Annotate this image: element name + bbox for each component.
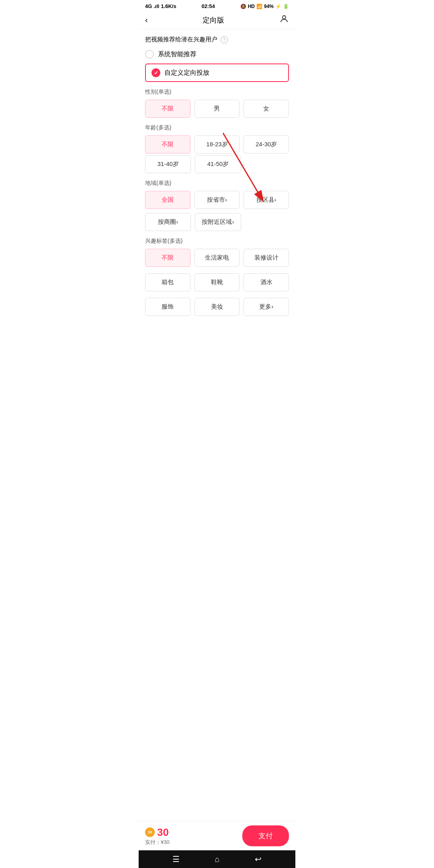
region-option-2[interactable]: 按区县› (244, 191, 289, 209)
network-speed: 1.6K/s (161, 3, 176, 9)
gender-option-1[interactable]: 男 (194, 100, 240, 118)
option2-label: 自定义定向投放 (164, 69, 209, 77)
help-icon[interactable]: ? (221, 36, 228, 43)
age-option-2[interactable]: 24-30岁 (244, 135, 289, 154)
interest-options-row1: 不限 生活家电 装修设计 (145, 249, 289, 267)
gender-option-2[interactable]: 女 (244, 100, 289, 118)
age-option-0[interactable]: 不限 (145, 135, 190, 154)
header-text: 把视频推荐给潜在兴趣用户 (145, 36, 217, 43)
back-button[interactable]: ‹ (145, 15, 148, 25)
region-options-row2: 按商圈› 按附近区域› (145, 213, 289, 231)
region-option-4[interactable]: 按附近区域› (195, 213, 241, 231)
region-option-1[interactable]: 按省市› (194, 191, 240, 209)
interest-option-1[interactable]: 生活家电 (194, 249, 240, 267)
option1-row[interactable]: 系统智能推荐 (145, 50, 289, 59)
mute-icon: 🔕 (240, 4, 246, 9)
interest-options-row3: 服饰 美妆 更多› (145, 298, 289, 316)
interest-label: 兴趣标签(多选) (145, 237, 289, 245)
region-option-0[interactable]: 全国 (145, 191, 190, 209)
age-options-row1: 不限 18-23岁 24-30岁 (145, 135, 289, 154)
section-header: 把视频推荐给潜在兴趣用户 ? (145, 36, 289, 43)
battery-icon: 🔋 (283, 4, 289, 9)
interest-option-5[interactable]: 酒水 (244, 273, 289, 291)
age-label: 年龄(多选) (145, 124, 289, 131)
interest-option-2[interactable]: 装修设计 (244, 249, 289, 267)
page-title: 定向版 (203, 15, 224, 25)
option2-selected-box[interactable]: 自定义定向投放 (145, 63, 289, 82)
interest-option-7[interactable]: 美妆 (194, 298, 240, 316)
option1-label: 系统智能推荐 (158, 50, 197, 59)
age-option-4[interactable]: 41-50岁 (195, 155, 241, 173)
age-options-row2: 31-40岁 41-50岁 (145, 155, 289, 173)
region-option-3[interactable]: 按商圈› (145, 213, 191, 231)
hd-badge: HD (248, 4, 255, 9)
status-time: 02:54 (202, 3, 215, 9)
main-content: 把视频推荐给潜在兴趣用户 ? 系统智能推荐 自定义定向投放 性别(单选) 不限 … (139, 29, 295, 371)
age-option-3[interactable]: 31-40岁 (145, 155, 191, 173)
age-option-1[interactable]: 18-23岁 (194, 135, 240, 154)
status-left: 4G .ıll 1.6K/s (145, 3, 176, 9)
gender-options: 不限 男 女 (145, 100, 289, 118)
status-right: 🔕 HD 📶 94% ⚡ 🔋 (240, 4, 289, 9)
wifi-icon: 📶 (256, 4, 262, 9)
network-signal: 4G .ıll (145, 3, 159, 9)
profile-button[interactable] (279, 14, 289, 26)
interest-options-row2: 箱包 鞋靴 酒水 (145, 273, 289, 291)
interest-option-4[interactable]: 鞋靴 (194, 273, 240, 291)
interest-option-0[interactable]: 不限 (145, 249, 190, 267)
nav-bar: ‹ 定向版 (139, 11, 295, 29)
region-label: 地域(单选) (145, 180, 289, 187)
option1-radio[interactable] (145, 50, 154, 59)
status-bar: 4G .ıll 1.6K/s 02:54 🔕 HD 📶 94% ⚡ 🔋 (139, 0, 295, 11)
interest-option-6[interactable]: 服饰 (145, 298, 190, 316)
gender-option-0[interactable]: 不限 (145, 100, 190, 118)
battery-level: 94% (264, 4, 274, 9)
region-options-row1: 全国 按省市› 按区县› (145, 191, 289, 209)
interest-option-3[interactable]: 箱包 (145, 273, 190, 291)
battery-charging-icon: ⚡ (275, 4, 281, 9)
gender-label: 性别(单选) (145, 88, 289, 96)
interest-option-8[interactable]: 更多› (244, 298, 289, 316)
option2-radio[interactable] (151, 68, 160, 77)
svg-point-0 (283, 16, 286, 19)
